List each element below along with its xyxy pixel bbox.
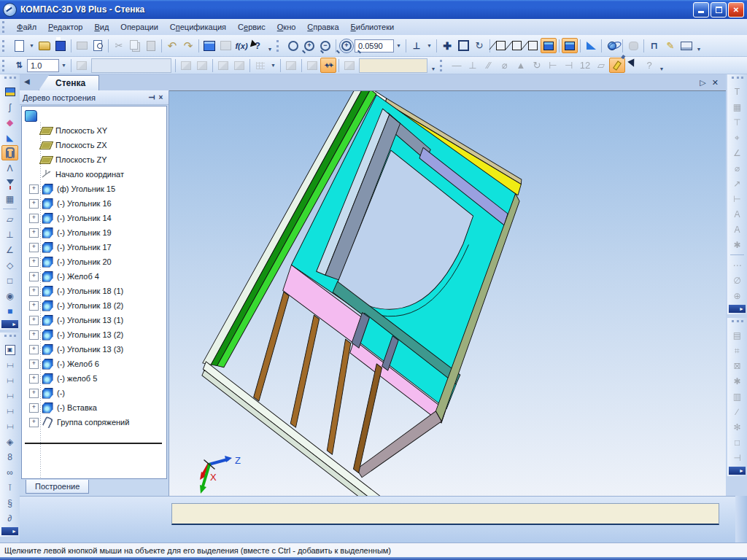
dim-diameter-icon[interactable]: ⌀ — [729, 160, 746, 176]
fit-all-icon[interactable] — [455, 38, 471, 53]
tree-item[interactable]: Плоскость ZX — [22, 138, 166, 152]
panel-close-icon[interactable]: × — [156, 93, 166, 102]
step-dropdown[interactable]: ▼ — [59, 58, 69, 73]
expand-plus-icon[interactable]: + — [29, 389, 39, 398]
redo-icon[interactable]: ↷ — [180, 38, 196, 53]
copy-icon[interactable] — [127, 38, 143, 53]
toolbar-overflow-icon[interactable]: ▼ — [694, 38, 703, 53]
tree-item[interactable]: +(-) — [22, 386, 166, 400]
toolbar-overflow-icon[interactable]: ► — [1, 527, 18, 535]
r-icon-9-icon[interactable]: ⊣ — [729, 450, 746, 465]
orbit-rotate-icon[interactable] — [604, 38, 620, 53]
message-bar[interactable] — [171, 503, 719, 525]
tree-item[interactable]: +(-) Желоб 4 — [22, 269, 166, 284]
conditions-list-icon[interactable]: ▣ — [1, 342, 18, 357]
fx-variables-icon[interactable]: f(x) — [233, 38, 249, 53]
vx-grid-icon[interactable] — [341, 58, 357, 73]
tree-item[interactable]: +(-) Угольник 19 — [22, 225, 166, 240]
toolbar-drag-handle[interactable] — [440, 60, 446, 71]
tree-item[interactable]: Плоскость ZY — [22, 152, 166, 167]
plane-angle-icon[interactable]: ∠ — [1, 242, 18, 257]
toolbar-overflow-icon[interactable]: ▼ — [429, 58, 438, 73]
tree-item[interactable]: +(-) Угольник 20 — [22, 254, 166, 269]
menu-справка[interactable]: Справка — [301, 20, 344, 34]
measure-icon[interactable]: Λ — [1, 160, 18, 176]
toolbar-drag-handle[interactable] — [732, 77, 743, 82]
expand-plus-icon[interactable]: + — [29, 243, 39, 252]
menu-сервис[interactable]: Сервис — [232, 20, 271, 34]
pin-a-icon[interactable]: ⊺ — [1, 480, 18, 495]
save-icon[interactable] — [53, 38, 69, 53]
gear-icon[interactable]: ✱ — [729, 237, 746, 252]
layer-combo[interactable] — [91, 58, 171, 73]
expand-plus-icon[interactable]: + — [29, 374, 39, 384]
grid-icon[interactable] — [252, 58, 268, 73]
tree-item[interactable]: Начало координат — [22, 167, 166, 182]
dim-point-icon[interactable]: ▲ — [513, 58, 529, 73]
expand-plus-icon[interactable]: + — [29, 184, 39, 194]
step-field[interactable]: 1.0 — [27, 59, 59, 72]
tree-item[interactable]: +(-) желоб 5 — [22, 371, 166, 386]
magnet-a-icon[interactable] — [215, 58, 231, 73]
toolbar-drag-handle[interactable] — [276, 40, 282, 52]
paint-normal-icon[interactable] — [609, 58, 625, 73]
tree-item[interactable]: Плоскость XY — [22, 123, 166, 138]
tree-item[interactable]: +(ф) Угольник 15 — [22, 182, 166, 196]
toolbar-overflow-icon[interactable]: ► — [729, 467, 746, 475]
show-properties-icon[interactable] — [201, 38, 217, 53]
r-icon-4-icon[interactable]: ✱ — [729, 373, 746, 389]
tab-scroll-back-icon[interactable]: ◀ — [24, 77, 36, 89]
text-underline-icon[interactable]: A — [729, 206, 746, 222]
expand-plus-icon[interactable]: + — [29, 359, 39, 369]
expand-plus-icon[interactable]: + — [29, 418, 39, 427]
cut-icon[interactable]: ✂ — [111, 38, 127, 53]
expand-plus-icon[interactable]: + — [29, 272, 39, 281]
r-icon-5-icon[interactable]: ▥ — [729, 389, 746, 404]
expand-plus-icon[interactable]: + — [29, 199, 39, 209]
fastener-3-icon[interactable]: ⌶ — [1, 388, 18, 403]
zoom-out-icon[interactable]: − — [317, 38, 333, 53]
dim-line-icon[interactable]: — — [449, 58, 465, 73]
build-tree-toggle-icon[interactable]: ⊓ — [646, 38, 662, 53]
text-arrow-icon[interactable]: A — [729, 222, 746, 237]
undo-icon[interactable]: ↶ — [164, 38, 180, 53]
display-shaded-icon[interactable] — [541, 38, 557, 53]
zoom-scale-dropdown[interactable]: ▼ — [394, 38, 403, 53]
toolbar-overflow-icon[interactable]: ▼ — [657, 58, 666, 73]
filter-icon[interactable] — [1, 176, 18, 191]
tab-construction[interactable]: Построение — [26, 480, 89, 494]
grid-dropdown[interactable]: ▼ — [268, 58, 278, 73]
r-icon-1-icon[interactable]: ▤ — [729, 327, 746, 343]
snap-round-icon[interactable]: ✦∕✦ — [320, 58, 336, 73]
erase-icon[interactable]: □ — [1, 273, 18, 288]
sketch-icon[interactable]: ✎ — [662, 38, 678, 53]
dim-box-icon[interactable]: ▱ — [593, 58, 609, 73]
geometry-b-icon[interactable] — [194, 58, 210, 73]
plane-offset-icon[interactable]: ▱ — [1, 211, 18, 227]
zoom-in-icon[interactable]: + — [301, 38, 317, 53]
expand-plus-icon[interactable]: + — [29, 301, 39, 311]
display-shaded-edges-icon[interactable] — [562, 38, 578, 53]
expand-plus-icon[interactable]: + — [29, 330, 39, 340]
expand-plus-icon[interactable]: + — [29, 403, 39, 413]
expand-plus-icon[interactable]: + — [29, 316, 39, 325]
print-preview-icon[interactable] — [90, 38, 106, 53]
orientation-icon[interactable]: ⊥ — [409, 38, 425, 53]
toolbar-drag-handle[interactable] — [2, 60, 8, 71]
document-tab-active[interactable]: Стенка — [39, 75, 99, 90]
fastener-4-icon[interactable]: ⌶ — [1, 403, 18, 419]
expand-plus-icon[interactable]: + — [29, 287, 39, 296]
orientation-dropdown[interactable]: ▼ — [425, 38, 434, 53]
plane-points-icon[interactable]: ◇ — [1, 257, 18, 273]
dim-a-icon[interactable]: ⊢ — [545, 58, 561, 73]
tree-item[interactable]: +(-) Угольник 13 (2) — [22, 327, 166, 342]
fastener-5-icon[interactable]: ⌶ — [1, 419, 18, 434]
menu-окно[interactable]: Окно — [271, 20, 302, 34]
r-icon-6-icon[interactable]: ∕ — [729, 404, 746, 419]
display-hidden-thin-icon[interactable] — [525, 38, 541, 53]
toolbar-drag-handle[interactable] — [2, 40, 8, 52]
model-viewport[interactable]: Z X Y — [169, 90, 726, 497]
menu-спецификация[interactable]: Спецификация — [164, 20, 232, 34]
dim-b-icon[interactable]: ⊣ — [561, 58, 577, 73]
context-help-icon[interactable]: ? — [249, 38, 266, 53]
